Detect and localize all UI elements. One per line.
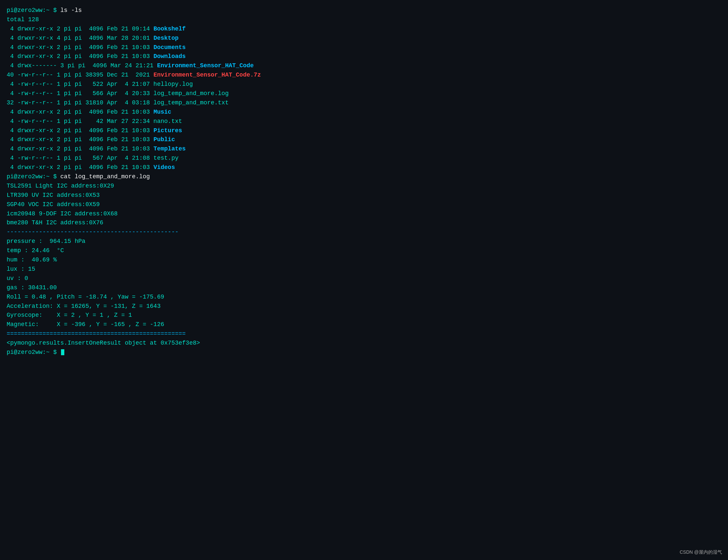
terminal-line: Roll = 0.48 , Pitch = -18.74 , Yaw = -17… bbox=[7, 292, 721, 302]
terminal-line: 4 drwx------- 3 pi pi 4096 Mar 24 21:21 … bbox=[7, 61, 721, 71]
terminal-line: 4 drwxr-xr-x 2 pi pi 4096 Feb 21 10:03 D… bbox=[7, 43, 721, 52]
terminal-line: gas : 30431.00 bbox=[7, 283, 721, 292]
terminal-line: 4 -rw-r--r-- 1 pi pi 42 Mar 27 22:34 nan… bbox=[7, 117, 721, 126]
terminal-line: 4 drwxr-xr-x 2 pi pi 4096 Feb 21 10:03 V… bbox=[7, 163, 721, 172]
terminal-line: icm20948 9-DOF I2C address:0X68 bbox=[7, 210, 721, 219]
terminal-line: 4 drwxr-xr-x 4 pi pi 4096 Mar 28 20:01 D… bbox=[7, 34, 721, 43]
terminal-line: TSL2591 Light I2C address:0X29 bbox=[7, 182, 721, 191]
terminal-line: 4 drwxr-xr-x 2 pi pi 4096 Feb 21 10:03 T… bbox=[7, 145, 721, 154]
terminal-line: total 128 bbox=[7, 15, 721, 25]
terminal-line: 4 -rw-r--r-- 1 pi pi 522 Apr 4 21:07 hel… bbox=[7, 80, 721, 89]
terminal-line: 4 drwxr-xr-x 2 pi pi 4096 Feb 21 10:03 M… bbox=[7, 108, 721, 117]
terminal-line: pi@zero2ww:~ $ cat log_temp_and_more.log bbox=[7, 172, 721, 182]
terminal-line: <pymongo.results.InsertOneResult object … bbox=[7, 339, 721, 348]
terminal-line: ----------------------------------------… bbox=[7, 228, 721, 237]
terminal-line: uv : 0 bbox=[7, 274, 721, 283]
terminal-line: 4 drwxr-xr-x 2 pi pi 4096 Feb 21 09:14 B… bbox=[7, 25, 721, 34]
terminal-line: temp : 24.46 °C bbox=[7, 246, 721, 256]
terminal-line: 4 drwxr-xr-x 2 pi pi 4096 Feb 21 10:03 P… bbox=[7, 135, 721, 145]
terminal-line: 4 -rw-r--r-- 1 pi pi 567 Apr 4 21:08 tes… bbox=[7, 154, 721, 163]
terminal-line: lux : 15 bbox=[7, 265, 721, 274]
terminal-line: Gyroscope: X = 2 , Y = 1 , Z = 1 bbox=[7, 311, 721, 320]
terminal-line: pi@zero2ww:~ $ bbox=[7, 348, 721, 357]
watermark: CSDN @屋内的湿气 bbox=[680, 549, 722, 556]
terminal-line: bme280 T&H I2C address:0X76 bbox=[7, 218, 721, 228]
terminal: pi@zero2ww:~ $ ls -lstotal 128 4 drwxr-x… bbox=[7, 6, 721, 357]
terminal-line: pressure : 964.15 hPa bbox=[7, 237, 721, 246]
terminal-line: ========================================… bbox=[7, 329, 721, 339]
terminal-line: pi@zero2ww:~ $ ls -ls bbox=[7, 6, 721, 15]
terminal-line: 4 drwxr-xr-x 2 pi pi 4096 Feb 21 10:03 D… bbox=[7, 52, 721, 61]
terminal-line: Acceleration: X = 16265, Y = -131, Z = 1… bbox=[7, 302, 721, 311]
terminal-line: LTR390 UV I2C address:0X53 bbox=[7, 191, 721, 200]
terminal-line: 4 -rw-r--r-- 1 pi pi 566 Apr 4 20:33 log… bbox=[7, 89, 721, 98]
terminal-line: 40 -rw-r--r-- 1 pi pi 38395 Dec 21 2021 … bbox=[7, 71, 721, 80]
terminal-line: hum : 40.69 % bbox=[7, 256, 721, 265]
terminal-line: Magnetic: X = -396 , Y = -165 , Z = -126 bbox=[7, 320, 721, 329]
terminal-line: 4 drwxr-xr-x 2 pi pi 4096 Feb 21 10:03 P… bbox=[7, 126, 721, 136]
terminal-line: 32 -rw-r--r-- 1 pi pi 31810 Apr 4 03:18 … bbox=[7, 98, 721, 108]
terminal-line: SGP40 VOC I2C address:0X59 bbox=[7, 200, 721, 210]
